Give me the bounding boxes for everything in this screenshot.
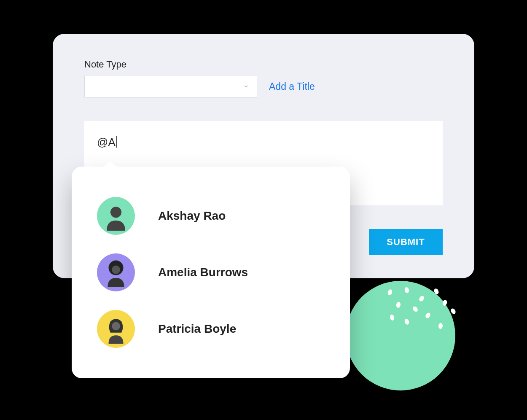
svg-point-2 [112, 266, 120, 274]
decoration-dots [379, 285, 464, 336]
note-type-label: Note Type [84, 59, 443, 70]
person-icon [101, 314, 131, 344]
avatar [97, 253, 135, 291]
mention-item[interactable]: Amelia Burrows [97, 244, 325, 301]
text-cursor [116, 136, 117, 148]
note-type-row: Add a Title [84, 75, 443, 98]
svg-point-0 [110, 207, 121, 218]
avatar [97, 197, 135, 235]
submit-button[interactable]: SUBMIT [369, 229, 443, 255]
svg-point-3 [112, 322, 120, 331]
mention-item[interactable]: Patricia Boyle [97, 301, 325, 357]
chevron-down-icon [243, 83, 249, 89]
person-icon [101, 201, 131, 231]
note-type-select[interactable] [84, 75, 257, 98]
mention-typed-text: @A [97, 136, 116, 149]
mention-name: Patricia Boyle [158, 322, 236, 336]
person-icon [101, 258, 131, 287]
add-title-link[interactable]: Add a Title [269, 81, 315, 92]
mention-item[interactable]: Akshay Rao [97, 188, 325, 244]
avatar [97, 310, 135, 348]
mention-name: Akshay Rao [158, 209, 226, 223]
mention-dropdown: Akshay Rao Amelia Burrows Patricia Boyle [72, 167, 350, 378]
mention-name: Amelia Burrows [158, 266, 248, 279]
